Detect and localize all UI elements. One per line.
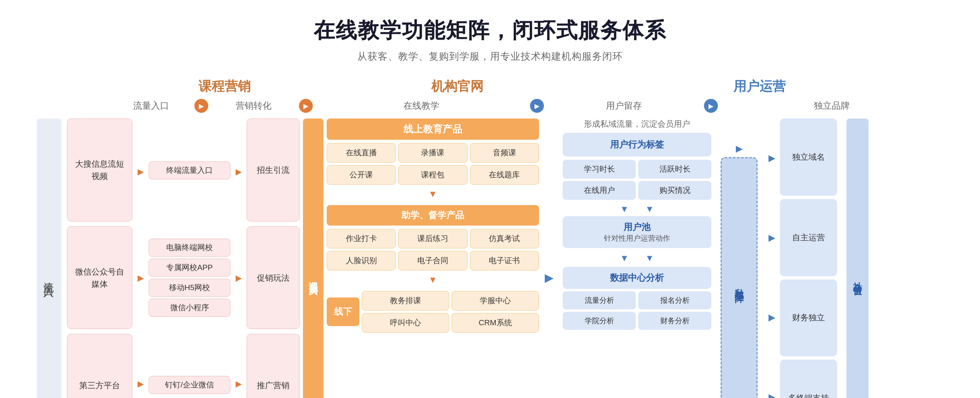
- arrow-2: ▶: [299, 99, 313, 113]
- arrow-to-brand-1: ▶: [768, 153, 775, 163]
- aid-item-5: 电子合同: [398, 251, 467, 271]
- private-domain-col: ▶ 私域矩阵: [719, 119, 760, 398]
- small-arrow-1: ▶: [138, 167, 144, 177]
- brand-item-4: 多终端支持: [780, 360, 837, 398]
- step-user-retention: 用户留存: [546, 100, 702, 112]
- small-arrow-3: ▶: [138, 379, 144, 389]
- tag-3: 在线用户: [563, 181, 636, 200]
- marketing-col: 招生引流 促销玩法 推广营销: [247, 119, 300, 398]
- aid-learning-title: 助学、督学产品: [327, 205, 539, 226]
- tag-4: 购买情况: [638, 181, 711, 200]
- section-arrow-col-1: ▶: [539, 119, 559, 398]
- aid-item-3: 仿真考试: [470, 229, 539, 248]
- small-arrow-6: ▶: [236, 379, 242, 389]
- header: 在线教学功能矩阵，闭环式服务体系 从获客、教学、复购到学服，用专业技术构建机构服…: [24, 16, 956, 63]
- terminal-entry-4: 移动H5网校: [149, 279, 230, 297]
- terminal-entry-5: 微信小程序: [149, 299, 230, 317]
- ot-item-4: 公开课: [327, 165, 396, 185]
- page-subtitle: 从获客、教学、复购到学服，用专业技术构建机构服务闭环: [24, 50, 956, 63]
- ot-item-2: 录播课: [398, 143, 467, 163]
- small-arrow-4: ▶: [236, 167, 242, 177]
- section-header-marketing: 课程营销: [110, 78, 339, 96]
- marketing-item-3: 推广营销: [247, 334, 300, 398]
- terminal-group-1: 终端流量入口: [149, 119, 230, 222]
- arrow-4: ▶: [704, 99, 718, 113]
- arrow-to-brand-4: ▶: [768, 392, 775, 398]
- aid-item-1: 作业打卡: [327, 229, 396, 248]
- section-arrow-1: ▶: [545, 271, 554, 284]
- brand-item-3: 财务独立: [780, 279, 837, 357]
- traffic-source-3: 第三方平台: [67, 334, 132, 398]
- page-title: 在线教学功能矩阵，闭环式服务体系: [24, 16, 956, 45]
- retention-desc: 形成私域流量，沉淀会员用户: [563, 119, 711, 130]
- step-online-teaching: 在线教学: [315, 100, 528, 112]
- small-arrow-2: ▶: [138, 273, 144, 283]
- arrow-col-2: ▶ ▶ ▶: [230, 119, 247, 398]
- ot-item-1: 在线直播: [327, 143, 396, 163]
- aid-item-4: 人脸识别: [327, 251, 396, 271]
- data-grid: 流量分析 报名分析 学院分析 财务分析: [563, 291, 711, 330]
- traffic-source-2: 微信公众号自媒体: [67, 226, 132, 329]
- terminal-entry-1: 终端流量入口: [149, 161, 230, 179]
- user-pool-box: 用户池 针对性用户运营动作: [563, 216, 711, 248]
- online-education-title: 线上教育产品: [327, 119, 539, 140]
- data-item-3: 学院分析: [563, 312, 636, 330]
- ot-item-5: 课程包: [398, 165, 467, 185]
- offline-item-4: CRM系统: [452, 313, 539, 333]
- ot-item-6: 在线题库: [470, 165, 539, 185]
- offline-grid: 教务排课 学服中心 呼叫中心 CRM系统: [362, 291, 539, 333]
- aid-grid: 作业打卡 课后练习 仿真考试 人脸识别 电子合同 电子证书: [327, 229, 539, 271]
- brand-item-2: 自主运营: [780, 199, 837, 276]
- social-value-col: 社会价值: [841, 119, 874, 398]
- arrow-to-brand-2: ▶: [768, 233, 775, 243]
- user-retention-section: 形成私域流量，沉淀会员用户 用户行为标签 学习时长 活跃时长 在线用户 购买情况…: [559, 119, 715, 398]
- online-teaching-section: 线上教育产品 在线直播 录播课 音频课 公开课 课程包 在线题库 ▼ 助学、督学…: [327, 119, 539, 398]
- traffic-sources-col: 大搜信息流短视频 微信公众号自媒体 第三方平台: [67, 119, 132, 398]
- main-content-row: 流量入口 大搜信息流短视频 微信公众号自媒体 第三方平台 ▶ ▶ ▶ 终端流量入…: [37, 119, 943, 398]
- terminal-group-2: 电脑终端网校 专属网校APP 移动H5网校 微信小程序: [149, 226, 230, 329]
- aid-item-6: 电子证书: [470, 251, 539, 271]
- ot-item-3: 音频课: [470, 143, 539, 163]
- down-arrows-retention: ▼ ▼: [563, 202, 711, 216]
- section-header-website: 机构官网: [339, 78, 576, 96]
- offline-label: 线下: [327, 297, 359, 326]
- private-domain-box: 私域矩阵: [721, 157, 757, 398]
- small-arrow-5: ▶: [236, 273, 242, 283]
- course-purchase-label: 课程购买: [303, 119, 323, 398]
- arrow-to-private: ▶: [736, 143, 743, 154]
- down-arrow-1: ▼: [327, 188, 539, 200]
- data-item-4: 财务分析: [638, 312, 711, 330]
- terminal-group-3: 钉钉/企业微信: [149, 333, 230, 398]
- arrow-3: ▶: [530, 99, 544, 113]
- down-arrow-2: ▼: [327, 274, 539, 286]
- arrow-1: ▶: [194, 99, 208, 113]
- tag-grid: 学习时长 活跃时长 在线用户 购买情况: [563, 160, 711, 200]
- aid-item-2: 课后练习: [398, 229, 467, 248]
- terminal-entry-3: 专属网校APP: [149, 259, 230, 277]
- terminal-entry-6: 钉钉/企业微信: [149, 376, 230, 394]
- flow-entry-label: 流量入口: [37, 119, 61, 398]
- step-marketing-conversion: 营销转化: [211, 100, 296, 112]
- online-education-grid: 在线直播 录播课 音频课 公开课 课程包 在线题库: [327, 143, 539, 185]
- terminal-col: 终端流量入口 电脑终端网校 专属网校APP 移动H5网校 微信小程序 钉钉/企业…: [149, 119, 230, 398]
- brand-section: 独立域名 自主运营 财务独立 多终端支持: [780, 119, 837, 398]
- data-item-2: 报名分析: [638, 291, 711, 309]
- section-header-operation: 用户运营: [576, 78, 943, 96]
- tag-2: 活跃时长: [638, 160, 711, 179]
- offline-item-2: 学服中心: [452, 291, 539, 311]
- marketing-item-2: 促销玩法: [247, 226, 300, 329]
- data-center-box: 数据中心分析: [563, 267, 711, 289]
- step-independent-brand: 独立品牌: [720, 100, 943, 112]
- tag-1: 学习时长: [563, 160, 636, 179]
- terminal-entry-2: 电脑终端网校: [149, 239, 230, 257]
- traffic-source-1: 大搜信息流短视频: [67, 119, 132, 221]
- page-container: 在线教学功能矩阵，闭环式服务体系 从获客、教学、复购到学服，用专业技术构建机构服…: [0, 0, 980, 398]
- down-arrows-pool: ▼ ▼: [563, 251, 711, 265]
- data-item-1: 流量分析: [563, 291, 636, 309]
- step-traffic-entry: 流量入口: [110, 100, 192, 112]
- arrow-col-1: ▶ ▶ ▶: [132, 119, 149, 398]
- brand-item-1: 独立域名: [780, 119, 837, 196]
- social-value-box: 社会价值: [846, 119, 869, 398]
- right-arrow-col: ▶ ▶ ▶ ▶: [764, 119, 780, 398]
- offline-item-1: 教务排课: [362, 291, 449, 311]
